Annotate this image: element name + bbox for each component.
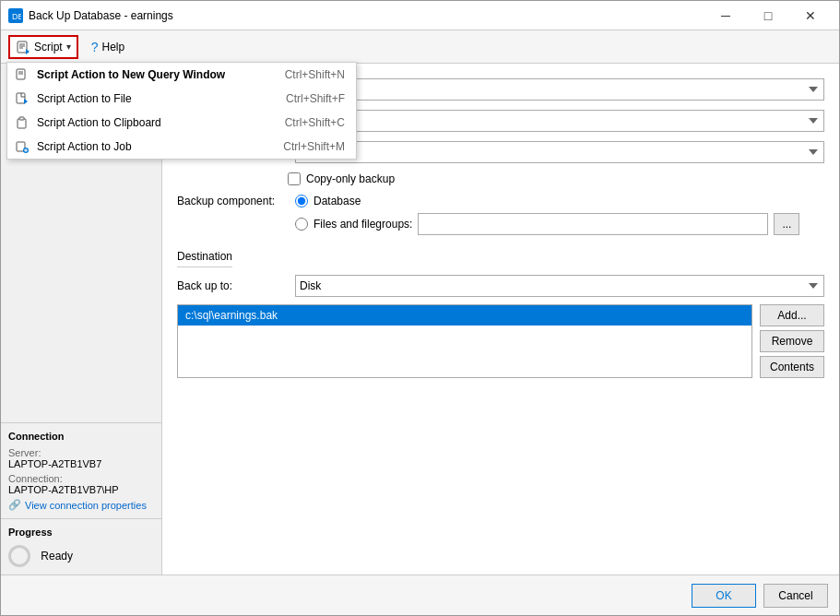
footer: OK Cancel [1,575,839,615]
dest-listbox[interactable]: c:\sql\earnings.bak [177,304,752,378]
database-select[interactable]: earnings [295,78,824,101]
help-icon: ? [91,40,99,54]
browse-button[interactable]: ... [774,213,799,235]
server-value: LAPTOP-A2TB1VB7 [8,458,154,469]
script-arrow-icon: ▾ [66,41,71,52]
minimize-button[interactable]: ─ [704,1,747,30]
dropdown-item-new-query[interactable]: Script Action to New Query Window Ctrl+S… [7,63,356,87]
to-job-icon [15,139,30,154]
dest-listbox-item[interactable]: c:\sql\earnings.bak [178,305,751,326]
recovery-model-select[interactable]: Simple [295,110,824,132]
database-radio[interactable] [295,195,308,207]
dropdown-item-to-job[interactable]: Script Action to Job Ctrl+Shift+M [7,135,356,159]
script-label: Script [34,41,63,53]
progress-spinner [8,545,30,567]
to-clipboard-icon [15,115,30,130]
window-controls: ─ □ ✕ [704,1,832,30]
copy-only-label: Copy-only backup [306,172,395,185]
to-job-shortcut: Ctrl+Shift+M [283,140,345,153]
files-radio[interactable] [295,218,308,231]
svg-marker-6 [26,49,30,54]
maximize-button[interactable]: □ [747,1,789,30]
database-radio-row: Database [295,195,799,207]
connection-title: Connection [8,431,154,442]
link-icon: 🔗 [8,499,21,511]
script-dropdown-menu: Script Action to New Query Window Ctrl+S… [6,62,357,160]
to-clipboard-shortcut: Ctrl+Shift+C [285,116,345,129]
destination-title: Destination [177,250,232,267]
remove-button[interactable]: Remove [760,330,824,352]
connection-value: LAPTOP-A2TB1VB7\HP [8,484,154,495]
ok-button[interactable]: OK [692,584,756,608]
title-bar: DB Back Up Database - earnings ─ □ ✕ [1,1,839,30]
connection-section: Connection Server: LAPTOP-A2TB1VB7 Conne… [1,422,161,518]
destination-section: Destination Back up to: Disk c:\sql\earn… [177,250,824,378]
svg-text:DB: DB [12,12,21,21]
view-link-label: View connection properties [25,500,147,511]
help-label: Help [101,41,124,53]
dest-list-area: c:\sql\earnings.bak Add... Remove Conten… [177,304,824,378]
back-up-to-label: Back up to: [177,279,288,292]
dropdown-item-to-clipboard[interactable]: Script Action to Clipboard Ctrl+Shift+C [7,111,356,135]
back-up-to-select[interactable]: Disk [295,275,824,297]
to-clipboard-label: Script Action to Clipboard [37,116,278,129]
dest-buttons: Add... Remove Contents [760,304,824,378]
contents-button[interactable]: Contents [760,356,824,378]
new-query-label: Script Action to New Query Window [37,68,278,81]
copy-only-row: Copy-only backup [177,172,824,185]
to-file-label: Script Action to File [37,92,278,105]
script-icon [16,40,30,54]
close-button[interactable]: ✕ [789,1,832,30]
progress-title: Progress [8,527,154,538]
progress-section: Progress Ready [1,518,161,575]
backup-component-options: Database Files and filegroups: ... [295,195,799,241]
backup-component-group: Backup component: Database Files and fil… [177,195,824,241]
add-button[interactable]: Add... [760,304,824,326]
to-file-shortcut: Ctrl+Shift+F [286,92,345,105]
backup-component-label: Backup component: [177,195,288,207]
svg-marker-11 [24,99,28,104]
app-icon: DB [8,8,23,23]
help-button[interactable]: ? Help [86,35,130,59]
back-up-to-row: Back up to: Disk [177,275,824,297]
toolbar: Script ▾ ? Help Script Action to New Que… [1,30,839,64]
new-query-icon [15,67,30,82]
backup-type-select[interactable]: Full [295,141,824,163]
cancel-button[interactable]: Cancel [763,584,828,608]
to-file-icon [15,91,30,106]
database-radio-label: Database [314,195,361,207]
dropdown-item-to-file[interactable]: Script Action to File Ctrl+Shift+F [7,87,356,111]
files-radio-label: Files and filegroups: [314,218,412,231]
to-job-label: Script Action to Job [37,140,276,153]
svg-rect-2 [18,41,27,53]
script-button[interactable]: Script ▾ [8,35,78,59]
main-window: DB Back Up Database - earnings ─ □ ✕ Scr… [0,0,840,616]
window-title: Back Up Database - earnings [29,9,704,22]
server-label: Server: [8,447,154,458]
connection-label: Connection: [8,473,154,484]
files-input[interactable] [418,213,768,235]
new-query-shortcut: Ctrl+Shift+N [285,68,345,81]
progress-status: Ready [41,550,73,563]
view-connection-link[interactable]: 🔗 View connection properties [8,499,154,511]
files-radio-row: Files and filegroups: ... [295,213,799,235]
svg-rect-13 [19,117,24,120]
copy-only-checkbox[interactable] [288,172,301,185]
